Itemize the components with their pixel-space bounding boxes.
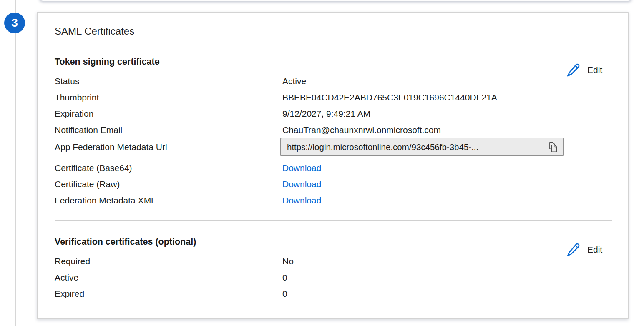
app-federation-metadata-url-value: https://login.microsoftonline.com/93c456…: [287, 142, 478, 152]
active-row: Active 0: [55, 271, 618, 283]
row-label: Active: [55, 271, 282, 283]
saml-certificates-card: SAML Certificates Token signing certific…: [37, 12, 629, 319]
row-value: No: [282, 255, 618, 267]
row-value: ChauTran@chaunxnrwl.onmicrosoft.com: [282, 124, 618, 136]
copy-icon: [548, 141, 558, 153]
row-value: 0: [282, 271, 618, 283]
row-value: BBEBE04CD42E2ABD765C3F019C1696C1440DF21A: [282, 91, 618, 103]
download-federation-metadata-xml-link[interactable]: Download: [282, 196, 321, 205]
row-label: App Federation Metadata Url: [55, 141, 282, 153]
row-value: 9/12/2027, 9:49:21 AM: [282, 108, 618, 120]
certificate-raw-row: Certificate (Raw) Download: [55, 178, 618, 190]
row-label: Required: [55, 255, 282, 267]
verification-certificates-heading: Verification certificates (optional): [55, 236, 196, 247]
row-label: Federation Metadata XML: [55, 194, 282, 206]
status-row: Status Active: [55, 75, 618, 87]
expired-row: Expired 0: [55, 288, 618, 300]
required-row: Required No: [55, 255, 618, 267]
card-title: SAML Certificates: [55, 25, 134, 38]
app-federation-metadata-url-field[interactable]: https://login.microsoftonline.com/93c456…: [280, 138, 564, 156]
previous-card-bottom-edge: [39, 0, 632, 1]
row-label: Status: [55, 75, 282, 87]
federation-metadata-xml-row: Federation Metadata XML Download: [55, 194, 618, 206]
download-certificate-raw-link[interactable]: Download: [282, 179, 321, 189]
row-label: Notification Email: [55, 124, 282, 136]
edit-button-label: Edit: [587, 65, 602, 75]
notification-email-row: Notification Email ChauTran@chaunxnrwl.o…: [55, 124, 618, 136]
row-label: Certificate (Raw): [55, 178, 282, 190]
download-certificate-base64-link[interactable]: Download: [282, 163, 321, 173]
certificate-base64-row: Certificate (Base64) Download: [55, 162, 618, 174]
step-connector-line: [15, 0, 16, 326]
section-divider: [55, 220, 612, 221]
step-3-badge: 3: [4, 13, 25, 33]
row-label: Certificate (Base64): [55, 162, 282, 174]
row-value: Active: [282, 75, 618, 87]
row-label: Expiration: [55, 108, 282, 120]
step-number: 3: [11, 16, 18, 30]
thumbprint-row: Thumbprint BBEBE04CD42E2ABD765C3F019C169…: [55, 91, 618, 103]
expiration-row: Expiration 9/12/2027, 9:49:21 AM: [55, 108, 618, 120]
row-label: Thumbprint: [55, 91, 282, 103]
saml-sso-settings-page: 3 SAML Certificates Token signing certif…: [0, 0, 644, 326]
row-label: Expired: [55, 288, 282, 300]
token-signing-certificate-heading: Token signing certificate: [55, 56, 160, 67]
copy-url-button[interactable]: [546, 139, 561, 155]
row-value: 0: [282, 288, 618, 300]
edit-button-label: Edit: [587, 245, 602, 255]
